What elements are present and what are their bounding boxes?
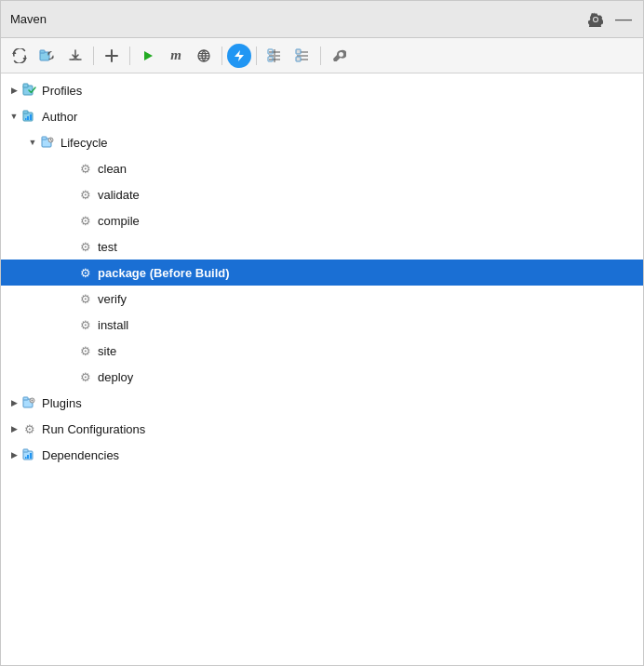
gear-button[interactable] (585, 9, 606, 30)
tree-item-verify[interactable]: ⚙ verify (1, 286, 643, 312)
download-sources-button[interactable] (62, 43, 88, 69)
toolbar: m (1, 38, 643, 73)
svg-rect-22 (23, 449, 28, 452)
svg-rect-13 (25, 118, 27, 120)
test-label: test (98, 240, 117, 254)
tree-view: Profiles Author (1, 73, 643, 665)
toolbar-separator-2 (129, 47, 130, 65)
author-label: Author (42, 110, 77, 124)
tree-item-author[interactable]: Author (1, 103, 643, 129)
svg-rect-23 (27, 455, 29, 459)
toolbar-separator-3 (221, 47, 222, 65)
gear-icon-deploy: ⚙ (77, 368, 94, 385)
arrow-author (7, 109, 21, 124)
tree-item-compile[interactable]: ⚙ compile (1, 207, 643, 233)
arrow-plugins (7, 395, 21, 410)
svg-rect-24 (30, 453, 32, 459)
tree-item-clean[interactable]: ⚙ clean (1, 155, 643, 181)
validate-label: validate (98, 188, 140, 202)
tree-item-package[interactable]: ⚙ package (Before Build) (1, 260, 643, 286)
plugins-icon (21, 394, 38, 411)
author-icon (21, 108, 38, 125)
svg-rect-12 (30, 114, 32, 120)
run-button[interactable] (135, 43, 161, 69)
tree-item-validate[interactable]: ⚙ validate (1, 181, 643, 207)
runconfigs-label: Run Configurations (42, 422, 145, 436)
arrow-dependencies (7, 447, 21, 462)
svg-rect-1 (40, 50, 45, 53)
toolbar-separator-1 (93, 47, 94, 65)
tree-item-plugins[interactable]: Plugins (1, 390, 643, 416)
arrow-profiles (7, 83, 21, 98)
clean-label: clean (98, 162, 127, 176)
add-button[interactable] (99, 43, 125, 69)
tree-item-runconfigs[interactable]: ⚙ Run Configurations (1, 416, 643, 442)
tree-item-deploy[interactable]: ⚙ deploy (1, 364, 643, 390)
svg-rect-8 (23, 84, 28, 87)
dependencies-label: Dependencies (42, 448, 119, 462)
collapse-button[interactable] (289, 43, 315, 69)
title-bar-actions: — (585, 9, 634, 30)
refresh-button[interactable] (7, 43, 33, 69)
gear-icon-verify: ⚙ (77, 290, 94, 307)
tree-item-test[interactable]: ⚙ test (1, 233, 643, 260)
arrow-lifecycle (25, 135, 40, 150)
deploy-label: deploy (98, 370, 133, 384)
arrow-runconfigs (7, 421, 21, 436)
gear-icon-compile: ⚙ (77, 212, 94, 229)
tree-item-dependencies[interactable]: Dependencies (1, 442, 643, 468)
svg-rect-25 (25, 457, 27, 459)
lifecycle-label: Lifecycle (60, 136, 108, 150)
profiles-label: Profiles (42, 84, 82, 98)
svg-rect-11 (27, 116, 29, 120)
svg-rect-15 (42, 137, 47, 140)
site-label: site (98, 344, 116, 358)
lifecycle-icon (40, 134, 57, 151)
install-label: install (98, 318, 128, 332)
settings-wrench-button[interactable] (326, 43, 352, 69)
svg-rect-10 (23, 111, 28, 113)
gear-icon-test: ⚙ (77, 238, 94, 255)
tree-item-profiles[interactable]: Profiles (1, 77, 643, 103)
compile-label: compile (98, 214, 140, 228)
plugins-label: Plugins (42, 396, 82, 410)
gear-icon-clean: ⚙ (77, 160, 94, 177)
maven-panel: Maven — (0, 0, 644, 666)
toolbar-separator-5 (320, 47, 321, 65)
gear-icon-site: ⚙ (77, 342, 94, 359)
toolbar-separator-4 (256, 47, 257, 65)
maven-button[interactable]: m (163, 43, 189, 69)
svg-rect-18 (23, 397, 28, 400)
panel-title: Maven (10, 12, 47, 26)
gear-icon-package: ⚙ (77, 264, 94, 281)
tree-item-install[interactable]: ⚙ install (1, 312, 643, 338)
profiles-icon (21, 82, 38, 99)
minimize-button[interactable]: — (613, 9, 634, 30)
toggle-offline-button[interactable] (191, 43, 217, 69)
expand-button[interactable] (262, 43, 288, 69)
gear-icon-validate: ⚙ (77, 186, 94, 203)
tree-item-lifecycle[interactable]: Lifecycle (1, 129, 643, 155)
svg-point-20 (32, 400, 34, 402)
refresh-project-button[interactable] (34, 43, 60, 69)
svg-rect-5 (296, 49, 301, 54)
gear-icon-install: ⚙ (77, 316, 94, 333)
tree-item-site[interactable]: ⚙ site (1, 338, 643, 364)
dependencies-icon (21, 446, 38, 463)
verify-label: verify (98, 292, 127, 306)
package-label: package (Before Build) (98, 266, 230, 280)
gear-icon-runconfigs: ⚙ (21, 420, 38, 437)
title-bar: Maven — (1, 1, 643, 38)
svg-rect-6 (296, 57, 301, 61)
generate-sources-button[interactable] (227, 44, 251, 68)
